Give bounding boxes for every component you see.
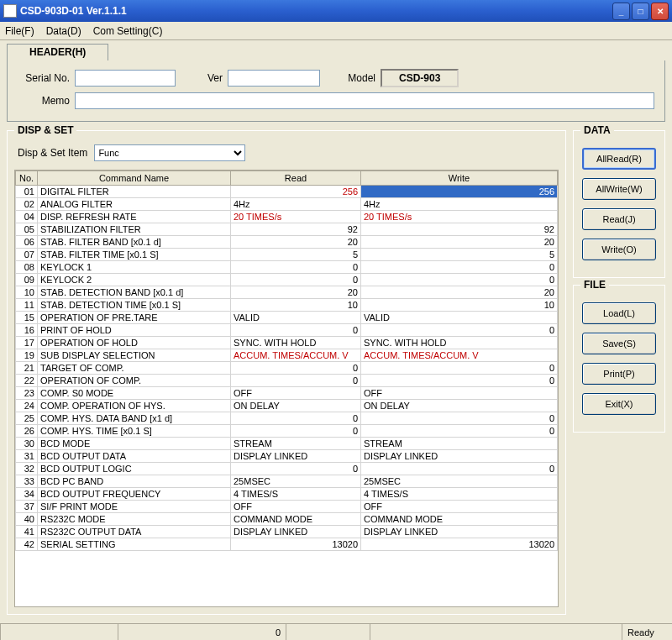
disp-item-select[interactable]: Func [94, 144, 245, 161]
table-row[interactable]: 37SI/F PRINT MODEOFFOFF [16, 501, 558, 513]
titlebar: CSD-903D-01 Ver.1.1.1 _ □ ✕ [0, 0, 672, 22]
allread-button[interactable]: AllRead(R) [582, 148, 656, 170]
disp-set-panel: DISP & SET Disp & Set Item Func No. Comm… [7, 130, 566, 615]
serial-input[interactable] [75, 70, 176, 87]
table-row[interactable]: 32BCD OUTPUT LOGIC00 [16, 463, 558, 475]
header-panel: HEADER(H) Serial No. Ver Model CSD-903 M… [7, 60, 665, 122]
col-read[interactable]: Read [231, 171, 361, 186]
table-row[interactable]: 21TARGET OF COMP.00 [16, 362, 558, 375]
app-icon [3, 4, 17, 18]
table-row[interactable]: 07STAB. FILTER TIME [x0.1 S]55 [16, 249, 558, 261]
window-title: CSD-903D-01 Ver.1.1.1 [20, 5, 612, 17]
table-row[interactable]: 25COMP. HYS. DATA BAND [x1 d]00 [16, 412, 558, 425]
table-row[interactable]: 06STAB. FILTER BAND [x0.1 d]2020 [16, 236, 558, 249]
table-row[interactable]: 09KEYLOCK 200 [16, 274, 558, 286]
statusbar: 0 Ready [0, 623, 672, 640]
file-panel-title: FILE [580, 279, 609, 291]
table-row[interactable]: 15OPERATION OF PRE.TAREVALIDVALID [16, 312, 558, 324]
exit-button[interactable]: Exit(X) [582, 393, 656, 415]
ver-input[interactable] [228, 70, 320, 87]
table-row[interactable]: 24COMP. OPERATION OF HYS.ON DELAYON DELA… [16, 400, 558, 412]
data-panel: DATA AllRead(R) AllWrite(W) Read(J) Writ… [573, 130, 665, 278]
minimize-button[interactable]: _ [612, 3, 630, 20]
serial-label: Serial No. [18, 72, 70, 84]
maximize-button[interactable]: □ [632, 3, 649, 20]
table-row[interactable]: 11STAB. DETECTION TIME [x0.1 S]1010 [16, 299, 558, 312]
table-row[interactable]: 26COMP. HYS. TIME [x0.1 S]00 [16, 425, 558, 438]
file-panel: FILE Load(L) Save(S) Print(P) Exit(X) [573, 285, 665, 433]
table-row[interactable]: 34BCD OUTPUT FREQUENCY4 TIMES/S4 TIMES/S [16, 488, 558, 501]
ver-label: Ver [181, 72, 223, 84]
data-panel-title: DATA [580, 124, 614, 136]
table-row[interactable]: 33BCD PC BAND25MSEC25MSEC [16, 475, 558, 488]
print-button[interactable]: Print(P) [582, 363, 656, 385]
table-row[interactable]: 01DIGITAL FILTER256256 [16, 186, 558, 198]
write-button[interactable]: Write(O) [582, 239, 656, 260]
memo-input[interactable] [75, 92, 654, 109]
table-row[interactable]: 08KEYLOCK 100 [16, 261, 558, 274]
disp-item-label: Disp & Set Item [18, 147, 87, 159]
model-label: Model [325, 72, 375, 84]
menu-com-setting[interactable]: Com Setting(C) [93, 25, 163, 37]
table-row[interactable]: 41RS232C OUTPUT DATADISPLAY LINKEDDISPLA… [16, 526, 558, 538]
close-button[interactable]: ✕ [651, 3, 669, 20]
save-button[interactable]: Save(S) [582, 333, 656, 354]
load-button[interactable]: Load(L) [582, 302, 656, 324]
table-row[interactable]: 42SERIAL SETTING1302013020 [16, 538, 558, 551]
allwrite-button[interactable]: AllWrite(W) [582, 178, 656, 200]
table-row[interactable]: 05STABILIZATION FILTER9292 [16, 223, 558, 236]
status-zero: 0 [118, 624, 286, 640]
table-row[interactable]: 02ANALOG FILTER4Hz4Hz [16, 198, 558, 211]
table-row[interactable]: 17OPERATION OF HOLDSYNC. WITH HOLDSYNC. … [16, 337, 558, 349]
table-row[interactable]: 10STAB. DETECTION BAND [x0.1 d]2020 [16, 286, 558, 299]
menu-data[interactable]: Data(D) [46, 25, 81, 37]
model-value: CSD-903 [381, 69, 459, 87]
status-ready: Ready [622, 624, 672, 640]
memo-label: Memo [18, 95, 70, 107]
table-row[interactable]: 22OPERATION OF COMP.00 [16, 375, 558, 387]
menu-file[interactable]: File(F) [5, 25, 34, 37]
read-button[interactable]: Read(J) [582, 208, 656, 230]
col-name[interactable]: Command Name [38, 171, 231, 186]
table-row[interactable]: 19SUB DISPLAY SELECTIONACCUM. TIMES/ACCU… [16, 349, 558, 362]
table-row[interactable]: 40RS232C MODECOMMAND MODECOMMAND MODE [16, 513, 558, 526]
header-tab[interactable]: HEADER(H) [7, 44, 108, 60]
table-row[interactable]: 31BCD OUTPUT DATADISPLAY LINKEDDISPLAY L… [16, 450, 558, 463]
table-row[interactable]: 16PRINT OF HOLD00 [16, 324, 558, 337]
menubar: File(F) Data(D) Com Setting(C) [0, 22, 672, 40]
table-row[interactable]: 04DISP. REFRESH RATE20 TIMES/s20 TIMES/s [16, 211, 558, 223]
col-no[interactable]: No. [16, 171, 38, 186]
data-grid[interactable]: No. Command Name Read Write 01DIGITAL FI… [14, 170, 559, 607]
disp-set-title: DISP & SET [14, 124, 76, 136]
col-write[interactable]: Write [361, 171, 558, 186]
table-row[interactable]: 23COMP. S0 MODEOFFOFF [16, 387, 558, 400]
table-row[interactable]: 30BCD MODESTREAMSTREAM [16, 438, 558, 450]
